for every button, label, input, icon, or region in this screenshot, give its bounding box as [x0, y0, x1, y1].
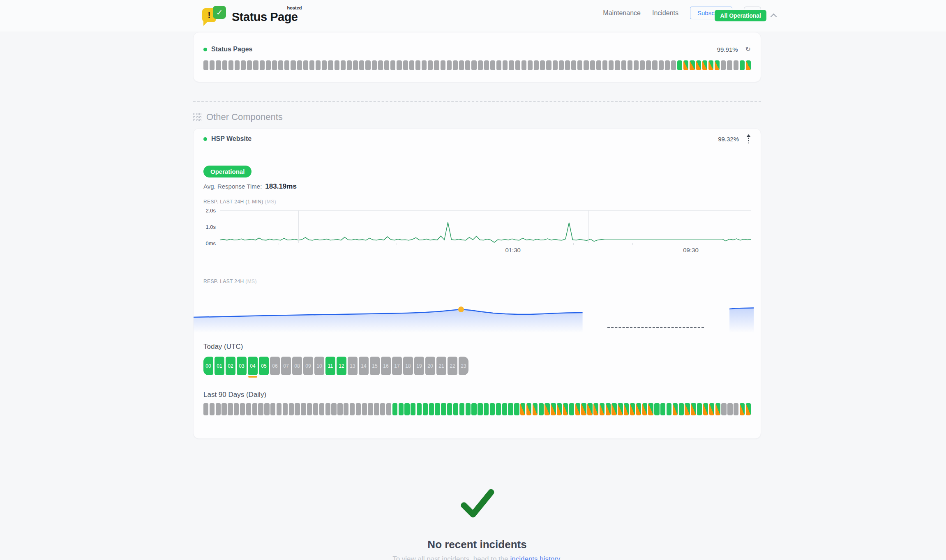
daily-uptime-bar[interactable] — [234, 403, 239, 415]
hour-block-14[interactable]: 14 — [359, 357, 369, 375]
uptime-bar[interactable] — [496, 60, 501, 70]
daily-uptime-bar[interactable] — [325, 403, 330, 415]
daily-uptime-bar[interactable] — [459, 403, 464, 415]
daily-uptime-bar[interactable] — [277, 403, 281, 415]
chart-plot-area[interactable]: 01:3009:30 — [220, 210, 751, 243]
daily-uptime-bar[interactable] — [222, 403, 226, 415]
uptime-bar[interactable] — [347, 60, 352, 70]
daily-uptime-bar[interactable] — [270, 403, 275, 415]
daily-uptime-bar[interactable] — [539, 403, 544, 415]
uptime-bar[interactable] — [235, 60, 240, 70]
uptime-bar[interactable] — [216, 60, 221, 70]
uptime-bar[interactable] — [727, 60, 732, 70]
uptime-bar[interactable] — [609, 60, 614, 70]
hour-block-10[interactable]: 10 — [314, 357, 324, 375]
daily-uptime-bar[interactable] — [203, 403, 208, 415]
daily-uptime-bar[interactable] — [667, 403, 671, 415]
hour-block-20[interactable]: 20 — [425, 357, 435, 375]
hour-block-19[interactable]: 19 — [414, 357, 424, 375]
uptime-bar[interactable] — [409, 60, 414, 70]
daily-uptime-bar[interactable] — [679, 403, 684, 415]
uptime-bar[interactable] — [434, 60, 439, 70]
uptime-bar[interactable] — [696, 60, 701, 70]
daily-uptime-bar[interactable] — [435, 403, 440, 415]
daily-uptime-bar[interactable] — [484, 403, 489, 415]
daily-uptime-bar[interactable] — [581, 403, 586, 415]
uptime-bar[interactable] — [471, 60, 476, 70]
daily-uptime-bar[interactable] — [283, 403, 288, 415]
hour-block-00[interactable]: 00 — [203, 357, 213, 375]
uptime-bar[interactable] — [534, 60, 539, 70]
uptime-bar[interactable] — [253, 60, 258, 70]
daily-uptime-bar[interactable] — [502, 403, 507, 415]
uptime-bar[interactable] — [403, 60, 408, 70]
daily-uptime-bar[interactable] — [478, 403, 482, 415]
daily-uptime-bar[interactable] — [514, 403, 519, 415]
hour-block-11[interactable]: 11 — [325, 357, 335, 375]
uptime-bar[interactable] — [702, 60, 707, 70]
daily-uptime-bar[interactable] — [313, 403, 318, 415]
daily-uptime-bar[interactable] — [344, 403, 348, 415]
uptime-bar[interactable] — [634, 60, 639, 70]
daily-uptime-bar[interactable] — [618, 403, 623, 415]
daily-uptime-bar[interactable] — [520, 403, 525, 415]
trend-up-icon[interactable] — [746, 134, 751, 143]
hour-block-15[interactable]: 15 — [370, 357, 380, 375]
daily-uptime-bar[interactable] — [746, 403, 751, 415]
uptime-bar[interactable] — [671, 60, 676, 70]
daily-uptime-bar[interactable] — [721, 403, 726, 415]
hour-block-17[interactable]: 17 — [392, 357, 402, 375]
daily-uptime-bar[interactable] — [611, 403, 616, 415]
uptime-bar[interactable] — [683, 60, 688, 70]
response-area-chart[interactable] — [194, 290, 757, 333]
daily-uptime-bar[interactable] — [331, 403, 336, 415]
daily-uptime-bar[interactable] — [569, 403, 574, 415]
uptime-bar[interactable] — [734, 60, 738, 70]
daily-uptime-bar[interactable] — [557, 403, 562, 415]
daily-uptime-bar[interactable] — [337, 403, 342, 415]
daily-uptime-bar[interactable] — [362, 403, 367, 415]
daily-uptime-bar[interactable] — [210, 403, 215, 415]
daily-uptime-bar[interactable] — [246, 403, 251, 415]
uptime-bar[interactable] — [490, 60, 495, 70]
hour-block-08[interactable]: 08 — [292, 357, 302, 375]
hour-block-01[interactable]: 01 — [215, 357, 224, 375]
daily-uptime-bar[interactable] — [356, 403, 361, 415]
uptime-bar[interactable] — [740, 60, 745, 70]
daily-uptime-bar[interactable] — [307, 403, 312, 415]
daily-uptime-bar[interactable] — [240, 403, 245, 415]
daily-uptime-bar[interactable] — [216, 403, 221, 415]
uptime-bar[interactable] — [746, 60, 751, 70]
uptime-bar[interactable] — [596, 60, 601, 70]
daily-uptime-bar[interactable] — [295, 403, 300, 415]
hour-block-12[interactable]: 12 — [337, 357, 346, 375]
uptime-bar[interactable] — [690, 60, 695, 70]
daily-uptime-bar[interactable] — [685, 403, 690, 415]
hour-block-22[interactable]: 22 — [448, 357, 457, 375]
daily-uptime-bar[interactable] — [411, 403, 415, 415]
hour-block-18[interactable]: 18 — [403, 357, 413, 375]
uptime-bar[interactable] — [521, 60, 526, 70]
uptime-bar[interactable] — [708, 60, 713, 70]
daily-uptime-bar[interactable] — [392, 403, 397, 415]
uptime-bar[interactable] — [577, 60, 582, 70]
daily-uptime-bar[interactable] — [715, 403, 720, 415]
daily-uptime-bar[interactable] — [350, 403, 355, 415]
daily-uptime-bar[interactable] — [624, 403, 629, 415]
uptime-bar[interactable] — [297, 60, 302, 70]
chevron-up-icon[interactable] — [771, 14, 777, 20]
daily-uptime-bar[interactable] — [466, 403, 471, 415]
uptime-bar[interactable] — [210, 60, 215, 70]
daily-uptime-bar[interactable] — [380, 403, 385, 415]
daily-uptime-bar[interactable] — [593, 403, 598, 415]
daily-uptime-bar[interactable] — [691, 403, 696, 415]
daily-uptime-bar[interactable] — [563, 403, 568, 415]
uptime-bar[interactable] — [615, 60, 620, 70]
daily-uptime-bar[interactable] — [368, 403, 373, 415]
uptime-bar[interactable] — [203, 60, 208, 70]
daily-uptime-bar[interactable] — [600, 403, 605, 415]
uptime-bar[interactable] — [284, 60, 289, 70]
hour-block-09[interactable]: 09 — [303, 357, 313, 375]
daily-uptime-bar[interactable] — [526, 403, 531, 415]
uptime-bar[interactable] — [665, 60, 670, 70]
